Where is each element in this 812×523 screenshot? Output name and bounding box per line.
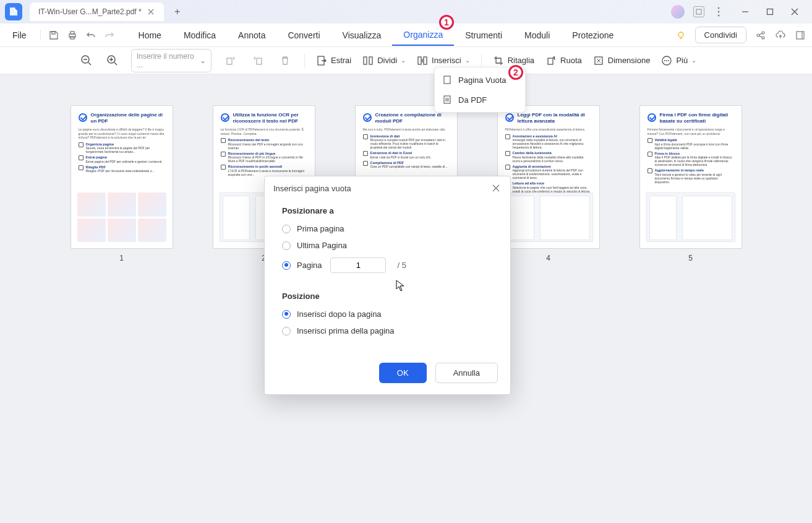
window-maximize-button[interactable] [758, 2, 782, 21]
page-total-label: / 5 [397, 261, 406, 270]
crop-button[interactable]: Ritaglia [493, 55, 534, 66]
radio-before-label: Inserisci prima della pagina [297, 326, 395, 335]
radio-insert-after[interactable]: Inserisci dopo la pagina [282, 309, 493, 319]
insert-label: Inserisci [432, 56, 461, 65]
svg-point-27 [666, 60, 667, 61]
insert-blank-page-dialog: Inserisci pagina vuota Posizionare a Pri… [264, 176, 511, 395]
radio-first-page[interactable]: Prima pagina [282, 224, 493, 233]
page-number-field[interactable] [330, 257, 386, 273]
user-avatar-icon[interactable] [671, 5, 685, 19]
share-button[interactable]: Condividi [695, 27, 746, 43]
svg-rect-8 [71, 37, 74, 39]
zoom-in-icon[interactable] [105, 53, 120, 68]
svg-point-28 [668, 60, 669, 61]
more-button[interactable]: Più ⌄ [661, 55, 696, 66]
annotation-marker-1: 1 [439, 15, 454, 30]
menu-home[interactable]: Home [127, 25, 173, 45]
thumbnail-page-number: 5 [688, 254, 693, 262]
chevron-down-icon: ⌄ [401, 57, 406, 64]
page-thumbnail[interactable]: Firma i PDF con firme digitali basate su… [639, 105, 742, 262]
svg-rect-0 [696, 9, 701, 14]
ok-button[interactable]: OK [379, 363, 427, 383]
menu-modifica[interactable]: Modifica [173, 25, 227, 45]
blank-page-icon [442, 75, 452, 85]
radio-page-label: Pagina [297, 261, 322, 270]
page-thumbnail[interactable]: Leggi PDF con la modalità di lettura ava… [497, 105, 600, 262]
radio-insert-before[interactable]: Inserisci prima della pagina [282, 326, 493, 335]
window-close-button[interactable] [782, 2, 807, 21]
more-icon[interactable] [713, 6, 724, 17]
svg-rect-13 [797, 32, 804, 39]
radio-last-page[interactable]: Ultima Pagina [282, 241, 493, 250]
svg-rect-4 [767, 9, 773, 15]
print-icon[interactable] [67, 30, 78, 41]
cloud-upload-icon[interactable] [775, 30, 786, 41]
radio-icon [282, 310, 291, 319]
svg-point-9 [678, 32, 683, 37]
annotation-marker-2: 2 [508, 65, 523, 80]
dropdown-from-pdf-label: Da PDF [458, 95, 487, 105]
svg-rect-17 [257, 58, 262, 64]
radio-icon [282, 225, 291, 233]
delete-icon[interactable] [277, 53, 293, 69]
svg-rect-21 [418, 57, 421, 64]
dimension-label: Dimensione [608, 56, 651, 65]
ai-assistant-icon[interactable] [693, 6, 704, 17]
tab-close-icon[interactable] [147, 7, 155, 16]
rotate-button[interactable]: Ruota [545, 55, 582, 66]
radio-after-label: Inserisci dopo la pagina [297, 309, 382, 319]
dialog-close-button[interactable] [490, 183, 502, 194]
rotate-right-icon[interactable] [250, 53, 266, 69]
section-position-label: Posizione [282, 292, 493, 301]
svg-rect-16 [227, 58, 232, 64]
rotate-left-icon[interactable] [223, 53, 239, 69]
radio-specific-page[interactable]: Pagina / 5 [282, 257, 493, 273]
svg-point-11 [762, 32, 764, 34]
menu-file[interactable]: File [6, 25, 33, 45]
cancel-button[interactable]: Annulla [435, 363, 498, 383]
add-tab-button[interactable]: + [170, 4, 185, 19]
dropdown-item-from-pdf[interactable]: Da PDF [435, 90, 525, 110]
svg-point-3 [718, 15, 720, 17]
thumbnail-page-number: 4 [546, 254, 550, 262]
svg-rect-23 [548, 58, 553, 64]
menu-strumenti[interactable]: Strumenti [454, 25, 513, 45]
from-pdf-icon [442, 95, 452, 105]
thumbnail-page-number: 1 [119, 254, 124, 262]
svg-rect-20 [369, 57, 372, 64]
split-button[interactable]: Dividi ⌄ [362, 55, 406, 66]
svg-rect-5 [52, 32, 55, 34]
app-logo-icon [5, 3, 22, 20]
page-thumbnail[interactable]: Organizzazione delle pagine di un PDF Le… [71, 105, 173, 262]
crop-label: Ritaglia [508, 56, 534, 65]
share-graph-icon[interactable] [755, 30, 766, 41]
extract-button[interactable]: Estrai [316, 55, 351, 66]
insert-button[interactable]: Inserisci ⌄ [417, 55, 470, 66]
document-tab[interactable]: IT-Win-User G...M_Parte2.pdf * [30, 2, 164, 21]
radio-icon [282, 261, 291, 270]
page-number-input[interactable]: Inserire il numero ... ⌄ [131, 49, 212, 72]
menu-moduli[interactable]: Moduli [513, 25, 561, 45]
save-icon[interactable] [48, 30, 59, 41]
radio-icon [282, 241, 291, 250]
menu-protezione[interactable]: Protezione [561, 25, 625, 45]
radio-icon [282, 327, 291, 335]
section-position-at-label: Posizionare a [282, 206, 493, 215]
panel-icon[interactable] [795, 30, 806, 41]
undo-icon[interactable] [85, 30, 96, 41]
organize-toolbar: Inserire il numero ... ⌄ Estrai Dividi ⌄… [0, 47, 812, 74]
menu-visualizza[interactable]: Visualizza [331, 25, 393, 45]
svg-point-26 [664, 60, 665, 61]
svg-rect-7 [71, 32, 74, 34]
window-minimize-button[interactable] [733, 2, 758, 21]
lightbulb-icon[interactable] [675, 30, 686, 41]
chevron-down-icon: ⌄ [691, 57, 696, 64]
dropdown-blank-page-label: Pagina Vuota [458, 76, 506, 85]
redo-icon[interactable] [104, 30, 115, 41]
zoom-out-icon[interactable] [79, 53, 94, 68]
svg-point-2 [718, 11, 720, 13]
dimension-button[interactable]: Dimensione [593, 55, 651, 66]
menu-converti[interactable]: Converti [276, 25, 331, 45]
menu-annota[interactable]: Annota [227, 25, 276, 45]
titlebar: IT-Win-User G...M_Parte2.pdf * + [0, 0, 812, 24]
